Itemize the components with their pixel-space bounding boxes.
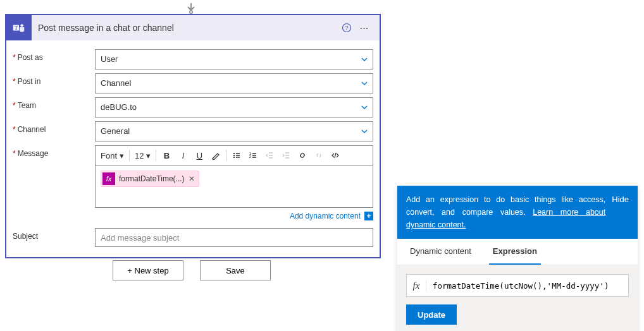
update-button[interactable]: Update: [406, 304, 457, 325]
expression-input-wrap: fx: [406, 274, 629, 297]
incoming-connector-arrow: [183, 0, 199, 14]
svg-text:?: ?: [345, 25, 348, 31]
team-select[interactable]: deBUG.to: [95, 97, 373, 117]
hide-banner-button[interactable]: Hide: [612, 193, 629, 207]
unlink-icon[interactable]: [311, 148, 326, 163]
field-label-team: *Team: [13, 97, 95, 109]
subject-input[interactable]: [95, 228, 373, 247]
help-icon[interactable]: ?: [338, 19, 356, 37]
flyout-info-banner: Add an expression to do basic things lik…: [397, 186, 638, 239]
chevron-down-icon: [360, 55, 369, 64]
chevron-down-icon: [360, 79, 369, 88]
chevron-down-icon: [360, 127, 369, 136]
expression-token-label: formatDateTime(...): [119, 174, 185, 183]
bullet-list-icon[interactable]: [229, 148, 244, 163]
svg-point-8: [233, 157, 235, 158]
expression-input[interactable]: [426, 275, 628, 296]
save-button[interactable]: Save: [200, 260, 271, 280]
tab-dynamic-content[interactable]: Dynamic content: [406, 239, 475, 265]
message-editor[interactable]: fx formatDateTime(...) ✕: [95, 165, 373, 208]
field-label-message: *Message: [13, 145, 95, 157]
channel-select[interactable]: General: [95, 121, 373, 141]
svg-text:T: T: [15, 25, 18, 31]
post-as-select[interactable]: User: [95, 49, 373, 69]
add-dynamic-content-plus-icon[interactable]: +: [364, 212, 373, 220]
more-menu-icon[interactable]: ···: [356, 19, 380, 37]
bold-icon[interactable]: B: [159, 148, 174, 163]
expression-token[interactable]: fx formatDateTime(...) ✕: [101, 171, 199, 187]
code-view-icon[interactable]: [328, 148, 343, 163]
link-icon[interactable]: [295, 148, 310, 163]
underline-icon[interactable]: U: [192, 148, 207, 163]
font-size-select[interactable]: 12▾: [132, 148, 153, 162]
action-card: T Post message in a chat or channel ? ··…: [5, 14, 381, 258]
flyout-tabs: Dynamic content Expression: [397, 239, 638, 265]
action-card-header[interactable]: T Post message in a chat or channel ? ··…: [6, 15, 380, 40]
new-step-button[interactable]: + New step: [113, 260, 183, 280]
chevron-down-icon: [360, 103, 369, 112]
indent-icon[interactable]: [278, 148, 294, 163]
svg-point-6: [233, 153, 235, 154]
rich-text-toolbar: Font▾ 12▾ B I U 12: [95, 145, 373, 165]
add-dynamic-content-link[interactable]: Add dynamic content: [290, 212, 361, 220]
svg-point-0: [190, 11, 192, 13]
dynamic-content-flyout: Add an expression to do basic things lik…: [397, 186, 638, 331]
remove-token-icon[interactable]: ✕: [189, 174, 195, 183]
fx-icon: fx: [407, 280, 426, 291]
italic-icon[interactable]: I: [175, 148, 190, 163]
field-label-channel: *Channel: [13, 121, 95, 133]
fx-icon: fx: [102, 172, 115, 185]
svg-point-3: [20, 24, 23, 27]
field-label-post-as: *Post as: [13, 49, 95, 61]
field-label-subject: Subject: [13, 228, 95, 240]
font-family-select[interactable]: Font▾: [98, 148, 127, 162]
teams-app-icon: T: [6, 15, 32, 40]
tab-expression[interactable]: Expression: [489, 239, 541, 265]
post-in-select[interactable]: Channel: [95, 73, 373, 93]
action-title: Post message in a chat or channel: [32, 23, 338, 33]
field-label-post-in: *Post in: [13, 73, 95, 85]
highlight-icon[interactable]: [208, 148, 223, 163]
svg-text:2: 2: [249, 155, 251, 159]
svg-point-7: [233, 155, 235, 156]
number-list-icon[interactable]: 12: [245, 148, 261, 163]
outdent-icon[interactable]: [262, 148, 277, 163]
